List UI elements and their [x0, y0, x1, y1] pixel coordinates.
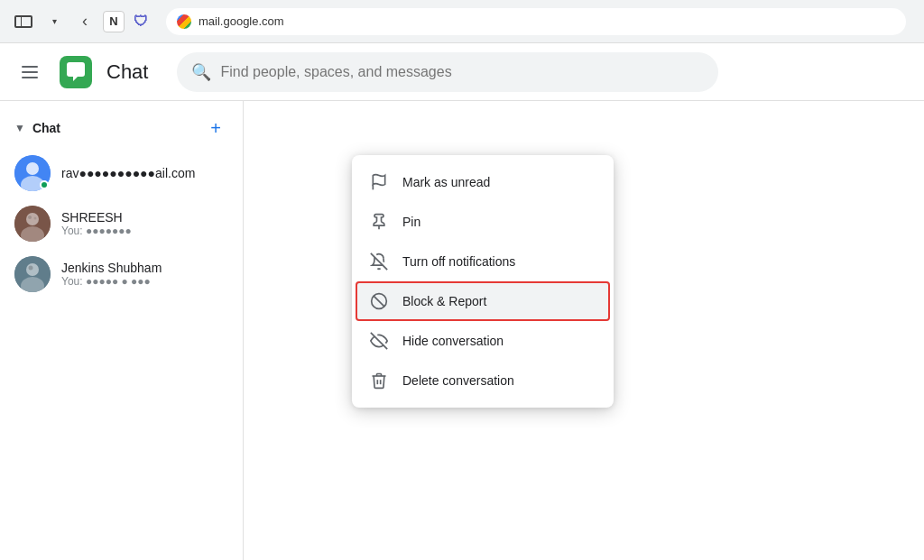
chat-name: SHREESH [61, 210, 221, 225]
browser-chrome: ▾ ‹ N 🛡 mail.google.com [0, 0, 924, 43]
address-bar[interactable]: mail.google.com [166, 8, 906, 35]
browser-controls: ▾ ‹ N 🛡 [11, 9, 152, 34]
menu-label: Pin [402, 215, 420, 229]
block-icon [370, 292, 388, 310]
trash-icon [370, 372, 388, 390]
chat-preview: You: ●●●●● ● ●●● [61, 275, 221, 288]
app-header: Chat 🔍 [0, 43, 924, 101]
search-bar[interactable]: 🔍 [177, 52, 718, 92]
shield-extension-icon[interactable]: 🛡 [130, 11, 152, 32]
svg-point-10 [26, 263, 39, 276]
add-chat-button[interactable]: + [203, 115, 228, 141]
app-title: Chat [106, 60, 148, 84]
search-input[interactable] [220, 64, 704, 80]
menu-item-delete[interactable]: Delete conversation [352, 361, 614, 400]
svg-point-8 [34, 217, 37, 220]
context-menu: Mark as unread Pin [352, 155, 614, 408]
menu-item-notifications[interactable]: Turn off notifications [352, 242, 614, 281]
chevron-icon: ▼ [14, 122, 25, 134]
bell-off-icon [370, 252, 388, 271]
google-logo-icon [177, 14, 191, 29]
chat-section-title: ▼ Chat [14, 121, 60, 135]
menu-label: Block & Report [402, 294, 486, 308]
svg-point-12 [29, 266, 33, 271]
hamburger-menu-button[interactable] [14, 59, 45, 86]
menu-item-pin[interactable]: Pin [352, 202, 614, 242]
menu-label: Hide conversation [402, 334, 504, 348]
chat-preview: You: ●●●●●●● [61, 225, 221, 237]
url-text: mail.google.com [199, 14, 284, 28]
menu-item-mark-unread[interactable]: Mark as unread [352, 162, 614, 202]
chat-item[interactable]: rav●●●●●●●●●●ail.com [0, 148, 236, 198]
menu-item-block-report[interactable]: Block & Report [356, 281, 610, 321]
svg-line-17 [374, 296, 384, 307]
svg-point-2 [26, 162, 39, 175]
menu-item-hide[interactable]: Hide conversation [352, 321, 614, 361]
svg-line-15 [371, 253, 387, 270]
avatar [14, 206, 51, 242]
back-button[interactable]: ‹ [72, 9, 97, 34]
chat-name: Jenkins Shubham [61, 261, 221, 275]
avatar [14, 256, 51, 292]
menu-label: Turn off notifications [402, 254, 515, 269]
svg-point-7 [28, 216, 32, 219]
chat-info: rav●●●●●●●●●●ail.com [61, 166, 221, 180]
chat-item[interactable]: Jenkins Shubham You: ●●●●● ● ●●● [0, 249, 236, 299]
chat-name: rav●●●●●●●●●●ail.com [61, 166, 221, 180]
notion-extension-icon[interactable]: N [103, 11, 125, 32]
chat-section-header[interactable]: ▼ Chat + [0, 108, 243, 148]
chat-info: Jenkins Shubham You: ●●●●● ● ●●● [61, 261, 221, 288]
dropdown-chevron-icon[interactable]: ▾ [42, 9, 67, 34]
sidebar-toggle-icon[interactable] [11, 9, 36, 34]
chat-info: SHREESH You: ●●●●●●● [61, 210, 221, 237]
online-badge [40, 180, 49, 189]
chat-item[interactable]: SHREESH You: ●●●●●●● [0, 198, 236, 249]
pin-icon [370, 213, 388, 231]
flag-icon [370, 173, 388, 191]
menu-label: Delete conversation [402, 373, 514, 388]
main-content: Mark as unread Pin [244, 101, 924, 560]
eye-off-icon [370, 332, 388, 350]
svg-point-5 [26, 213, 39, 225]
sidebar: ▼ Chat + rav●●●●●●●●●●ail.com [0, 101, 244, 560]
chat-logo-icon [60, 56, 92, 88]
search-icon: 🔍 [191, 62, 211, 82]
menu-label: Mark as unread [402, 175, 490, 189]
